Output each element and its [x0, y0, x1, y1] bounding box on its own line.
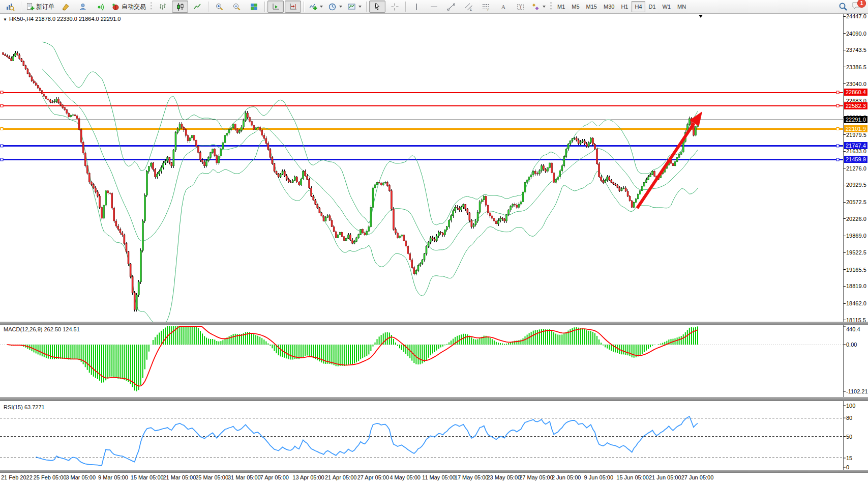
line-chart-button[interactable] [189, 1, 205, 13]
panel-divider[interactable] [0, 470, 868, 473]
svg-text:F: F [487, 8, 489, 11]
cursor-button[interactable] [369, 1, 385, 13]
notification-badge: 1 [857, 0, 866, 8]
chart-shift-icon [289, 3, 297, 11]
tile-windows-icon [250, 3, 258, 11]
bar-chart-button[interactable] [155, 1, 171, 13]
toolbar: 新订单 自动交易 [0, 0, 868, 14]
macd-tick: 0.00 [846, 341, 857, 348]
text-label-button[interactable]: T [512, 1, 528, 13]
rsi-tick: 100 [846, 402, 855, 409]
separator [304, 2, 304, 12]
timeframe-m15[interactable]: M15 [583, 1, 600, 12]
chart-canvas[interactable] [0, 0, 868, 482]
indicators-button[interactable] [307, 1, 325, 13]
crosshair-icon [391, 3, 399, 11]
date-tick: 9 Mar 05:00 [98, 474, 128, 480]
date-tick: 13 Apr 05:00 [292, 474, 324, 480]
date-tick: 3 Mar 05:00 [66, 474, 96, 480]
experts-button[interactable] [75, 1, 91, 13]
timeframe-h1[interactable]: H1 [618, 1, 631, 12]
timeframe-w1[interactable]: W1 [660, 1, 674, 12]
price-tick: 23040.0 [846, 80, 866, 88]
collapse-triangle-icon[interactable]: ▼ [3, 17, 7, 22]
text-icon: A [499, 3, 507, 11]
separator [208, 2, 208, 12]
auto-trading-label: 自动交易 [122, 3, 146, 11]
rsi-indicator-label: RSI(15) 63.7271 [4, 404, 45, 410]
price-tick: 19869.0 [846, 232, 866, 239]
chart-shift-button[interactable] [285, 1, 301, 13]
auto-scroll-button[interactable] [267, 1, 284, 13]
horizontal-line-icon [430, 3, 438, 11]
price-line-label: 22101.9 [844, 125, 867, 132]
timeframe-mn[interactable]: MN [674, 1, 689, 12]
styler-button[interactable] [57, 1, 74, 13]
line-chart-icon [193, 3, 202, 11]
price-tick: 20226.0 [846, 215, 866, 222]
rsi-tick: 50 [846, 433, 852, 440]
periods-button[interactable] [326, 1, 344, 13]
timeframe-m30[interactable]: M30 [601, 1, 617, 12]
svg-text:E: E [470, 8, 472, 11]
text-button[interactable]: A [495, 1, 511, 13]
auto-trading-button[interactable]: 自动交易 [109, 1, 148, 13]
fibonacci-icon: F [482, 3, 490, 11]
timeframe-d1[interactable]: D1 [646, 1, 659, 12]
rsi-tick: 80 [846, 414, 852, 421]
tile-windows-button[interactable] [246, 1, 262, 13]
zoom-in-icon [215, 3, 224, 11]
price-line-label: 22582.3 [844, 102, 867, 109]
crosshair-button[interactable] [386, 1, 403, 13]
equidistant-channel-button[interactable]: E [460, 1, 476, 13]
trendline-button[interactable] [443, 1, 459, 13]
toolbar-right: 1 [839, 1, 866, 12]
separator [405, 2, 406, 12]
panel-divider[interactable] [0, 397, 868, 401]
price-tick: 20572.5 [846, 199, 866, 206]
symbol-ohlc-text: HK50-,H4 21878.0 22330.0 21864.0 22291.0 [9, 16, 121, 22]
chevron-down-icon [320, 6, 323, 8]
chat-button[interactable]: 1 [852, 1, 862, 12]
vertical-line-button[interactable] [408, 1, 425, 13]
toolbar-grip[interactable] [550, 2, 552, 11]
auto-scroll-icon [272, 3, 280, 11]
zoom-out-icon [232, 3, 241, 11]
market-watch-button[interactable] [2, 1, 18, 13]
panel-divider[interactable] [0, 322, 868, 325]
price-tick: 24090.0 [846, 30, 866, 37]
new-order-button[interactable]: 新订单 [24, 1, 56, 13]
timeframe-m5[interactable]: M5 [568, 1, 582, 12]
rsi-tick: 15 [846, 455, 852, 462]
auto-trading-icon [111, 3, 120, 11]
date-tick: 21 Mar 05:00 [163, 474, 196, 480]
zoom-out-button[interactable] [228, 1, 245, 13]
chart-symbol-label: ▼HK50-,H4 21878.0 22330.0 21864.0 22291.… [3, 16, 121, 22]
price-tick: 21276.0 [846, 165, 866, 172]
fibonacci-button[interactable]: F [477, 1, 494, 13]
price-tick: 18819.0 [846, 282, 866, 290]
experts-icon [79, 3, 87, 11]
price-line-label: 21459.9 [844, 156, 867, 163]
price-tick: 18462.0 [846, 300, 866, 307]
zoom-in-button[interactable] [211, 1, 227, 13]
date-tick: 27 May 05:00 [519, 474, 553, 480]
timeframe-m1[interactable]: M1 [554, 1, 568, 12]
arrows-button[interactable] [529, 1, 548, 13]
equidistant-channel-icon: E [464, 3, 473, 11]
toolbar-grip[interactable] [151, 2, 152, 11]
templates-button[interactable] [345, 1, 364, 13]
signals-button[interactable] [92, 1, 108, 13]
horizontal-line-button[interactable] [426, 1, 442, 13]
price-tick: 20929.5 [846, 181, 866, 188]
date-tick: 9 Jun 05:00 [584, 474, 614, 480]
text-label-icon: T [516, 3, 525, 11]
date-tick: 21 Apr 05:00 [325, 474, 356, 480]
timeframe-h4[interactable]: H4 [632, 1, 645, 12]
styler-icon [62, 3, 70, 11]
price-tick: 24447.0 [846, 13, 866, 20]
price-tick: 23386.5 [846, 64, 866, 71]
candlestick-chart-icon [176, 3, 185, 11]
candlestick-chart-button[interactable] [172, 1, 188, 13]
search-icon[interactable] [839, 2, 848, 11]
